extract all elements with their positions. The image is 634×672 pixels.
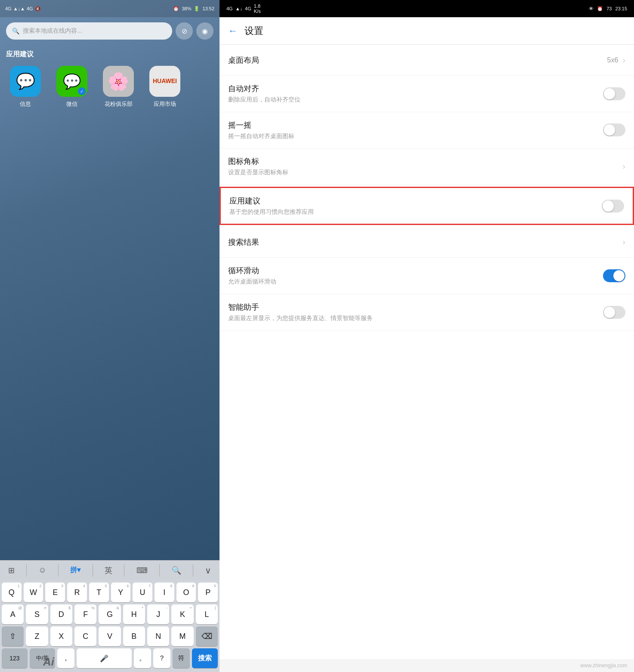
app-icons-row: 💬 信息 💬 ✓ 微信 🌸 花粉俱乐部 [6, 66, 213, 108]
status-bar-left: 4G ▲↓▲ 4G 🔇 ⏰ 38% 🔋 13:52 [0, 0, 220, 17]
settings-item-app-suggestion[interactable]: 应用建议 基于您的使用习惯向您推荐应用 [220, 187, 634, 225]
key-v[interactable]: V [99, 626, 121, 646]
app-label-market: 应用市场 [154, 100, 176, 108]
search-input-box[interactable]: 🔍 搜索本地或在线内容... [6, 22, 172, 40]
settings-item-desktop-layout[interactable]: 桌面布局 5x6 › [220, 45, 634, 76]
search-bar[interactable]: 🔍 搜索本地或在线内容... ⊘ ◉ [6, 22, 213, 40]
key-n[interactable]: N [147, 626, 169, 646]
key-q[interactable]: 1Q [2, 583, 22, 602]
loop-scroll-right [603, 269, 625, 282]
question-key[interactable]: ？ [153, 648, 170, 668]
english-button[interactable]: 英 [100, 561, 117, 580]
shift-key[interactable]: ⇧ [2, 626, 24, 646]
app-icon-market[interactable]: HUAWEI [149, 66, 180, 97]
shake-right [603, 123, 625, 136]
key-z[interactable]: Z [26, 626, 48, 646]
app-suggestion-toggle[interactable] [602, 200, 624, 213]
key-h[interactable]: *H [123, 604, 145, 624]
settings-item-shake[interactable]: 摇一摇 摇一摇自动对齐桌面图标 [220, 112, 634, 149]
key-l[interactable]: (L [196, 604, 218, 624]
backspace-key[interactable]: ⌫ [196, 626, 218, 646]
key-y[interactable]: 6Y [111, 583, 131, 602]
key-u[interactable]: 7U [133, 583, 152, 602]
smart-assistant-toggle[interactable] [603, 306, 625, 319]
key-a[interactable]: @A [2, 604, 24, 624]
key-d[interactable]: $D [50, 604, 72, 624]
app-item-market[interactable]: HUAWEI 应用市场 [145, 66, 184, 108]
desktop-layout-value: 5x6 [607, 56, 619, 64]
key-r[interactable]: 4R [67, 583, 87, 602]
emoji-icon: ☺ [38, 566, 46, 575]
key-f[interactable]: %F [74, 604, 96, 624]
battery-right: 73 [606, 6, 612, 11]
key-b[interactable]: B [123, 626, 145, 646]
key-s[interactable]: #S [26, 604, 48, 624]
key-p[interactable]: 0P [198, 583, 218, 602]
key-g[interactable]: &G [99, 604, 121, 624]
voice-search-button[interactable]: ⊘ [176, 22, 193, 40]
loop-scroll-toggle[interactable] [603, 269, 625, 282]
app-item-wechat[interactable]: 💬 ✓ 微信 [53, 66, 91, 108]
app-icon-wechat[interactable]: 💬 ✓ [56, 66, 87, 97]
key-x[interactable]: X [50, 626, 72, 646]
settings-item-icon-badge[interactable]: 图标角标 设置是否显示图标角标 › [220, 148, 634, 185]
key-w[interactable]: 2W [24, 583, 43, 602]
chevron-down-icon: ∨ [205, 565, 211, 576]
key-t[interactable]: 5T [89, 583, 109, 602]
key-row-2: @A #S $D %F &G *H -J +K (L [2, 604, 218, 624]
key-j[interactable]: -J [147, 604, 169, 624]
desktop-layout-chevron: › [622, 55, 625, 65]
key-row-3: ⇧ Z X C V B N M ⌫ [2, 626, 218, 646]
app-suggestions-title: 应用建议 [6, 50, 213, 59]
search-kb-icon: 🔍 [172, 566, 181, 575]
time-right: 23:15 [615, 6, 627, 11]
loop-scroll-title: 循环滑动 [228, 265, 603, 276]
settings-item-loop-scroll[interactable]: 循环滑动 允许桌面循环滑动 [220, 258, 634, 294]
hide-keyboard-button[interactable]: ∨ [201, 561, 216, 580]
app-item-message[interactable]: 💬 信息 [6, 66, 45, 108]
battery-percent-left: 38% [182, 6, 191, 11]
app-label-wechat: 微信 [66, 100, 77, 108]
search-result-title: 搜索结果 [228, 237, 622, 247]
space-key[interactable]: 🎤 [77, 648, 132, 668]
grid-button[interactable]: ⊞ [4, 561, 19, 580]
app-label-message: 信息 [20, 100, 31, 108]
auto-align-toggle[interactable] [603, 87, 625, 100]
lang-switch-key[interactable]: 中/英 [30, 648, 56, 668]
back-button[interactable]: ← [228, 25, 238, 37]
right-status-icons: 👁 ⏰ 73 23:15 [589, 6, 627, 12]
comma-key[interactable]: ， [57, 648, 74, 668]
search-button[interactable]: 🔍 [167, 561, 186, 580]
flower-icon: 🌸 [108, 71, 129, 92]
settings-item-search-result[interactable]: 搜索结果 › [220, 227, 634, 258]
keyboard-type-button[interactable]: ⌨ [132, 561, 152, 580]
app-item-flower[interactable]: 🌸 花粉俱乐部 [99, 66, 138, 108]
time-left: 13:52 [202, 6, 214, 11]
key-k[interactable]: +K [171, 604, 193, 624]
symbol-key[interactable]: 符 [173, 648, 190, 668]
key-c[interactable]: C [74, 626, 96, 646]
toolbar-divider-1 [26, 564, 27, 576]
settings-item-auto-align[interactable]: 自动对齐 删除应用后，自动补齐空位 [220, 76, 634, 112]
settings-item-smart-assistant[interactable]: 智能助手 桌面最左屏显示，为您提供服务直达、情景智能等服务 [220, 294, 634, 331]
search-key[interactable]: 搜索 [192, 648, 218, 668]
toolbar-divider-6 [193, 564, 193, 576]
signal-text-left: 4G [5, 6, 12, 11]
app-icon-flower[interactable]: 🌸 [103, 66, 134, 97]
camera-search-button[interactable]: ◉ [196, 22, 213, 40]
pinyin-button[interactable]: 拼▾ [66, 561, 85, 580]
key-m[interactable]: M [171, 626, 193, 646]
alarm-icon: ⏰ [597, 6, 603, 12]
shake-toggle[interactable] [603, 123, 625, 136]
period-key[interactable]: 。 [134, 648, 151, 668]
app-icon-message[interactable]: 💬 [10, 66, 41, 97]
settings-list: 桌面布局 5x6 › 自动对齐 删除应用后，自动补齐空位 摇一摇 摇一摇自动对齐… [220, 45, 634, 659]
key-i[interactable]: 8I [155, 583, 174, 602]
key-o[interactable]: 9O [176, 583, 196, 602]
emoji-button[interactable]: ☺ [34, 561, 50, 580]
signal-4g-2: 4G [245, 6, 251, 11]
key-e[interactable]: 3E [45, 583, 65, 602]
voice-icon: ⊘ [182, 27, 187, 35]
search-placeholder: 搜索本地或在线内容... [23, 27, 82, 35]
num-key[interactable]: 123 [2, 648, 28, 668]
